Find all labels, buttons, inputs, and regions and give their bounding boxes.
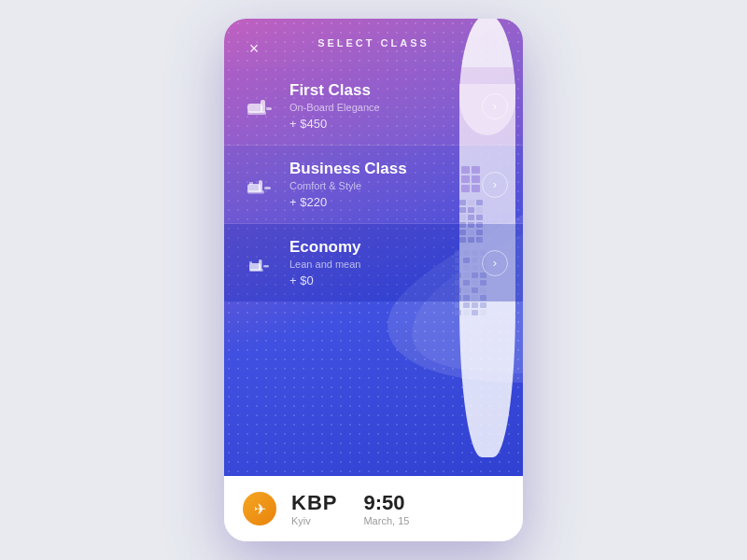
airport-code: KBP — [291, 491, 337, 515]
economy-class-arrow[interactable]: › — [482, 250, 508, 276]
header: × SELECT CLASS — [224, 19, 523, 58]
economy-class-info: Economy Lean and mean + $0 — [289, 238, 482, 287]
business-class-name: Business Class — [289, 160, 482, 178]
svg-rect-6 — [247, 190, 264, 194]
business-class-seat-icon — [243, 168, 276, 202]
first-class-subtitle: On-Board Elegance — [289, 102, 482, 113]
airline-logo: ✈ — [243, 492, 276, 525]
business-class-subtitle: Comfort & Style — [289, 180, 482, 191]
arrow-icon: › — [493, 99, 497, 113]
economy-class-price: + $0 — [289, 273, 482, 287]
first-class-arrow[interactable]: › — [482, 93, 508, 119]
svg-rect-8 — [249, 182, 253, 185]
svg-rect-2 — [247, 111, 266, 115]
svg-rect-11 — [249, 269, 263, 272]
business-class-info: Business Class Comfort & Style + $220 — [289, 160, 482, 209]
first-class-seat-icon — [243, 90, 276, 123]
business-class-arrow[interactable]: › — [482, 172, 508, 198]
economy-class-name: Economy — [289, 238, 482, 257]
arrow-icon: › — [493, 256, 497, 270]
first-class-info: First Class On-Board Elegance + $450 — [289, 81, 482, 131]
economy-class-subtitle: Lean and mean — [289, 259, 482, 270]
classes-container: First Class On-Board Elegance + $450 › — [224, 58, 523, 311]
business-class-price: + $220 — [289, 195, 482, 209]
economy-class-seat-icon — [243, 246, 276, 280]
arrow-icon: › — [493, 177, 497, 191]
close-icon: × — [249, 39, 260, 59]
svg-rect-1 — [261, 100, 265, 113]
airline-icon: ✈ — [254, 500, 266, 518]
svg-rect-7 — [264, 187, 271, 189]
city-name: Kyiv — [291, 515, 337, 526]
svg-rect-13 — [249, 261, 252, 264]
page-title: SELECT CLASS — [317, 37, 430, 49]
first-class-item[interactable]: First Class On-Board Elegance + $450 › — [224, 67, 523, 146]
svg-rect-12 — [263, 265, 269, 268]
departure-date: March, 15 — [363, 515, 409, 526]
airport-info: KBP Kyiv — [291, 491, 337, 526]
economy-class-item[interactable]: Economy Lean and mean + $0 › — [224, 224, 523, 301]
first-class-price: + $450 — [289, 117, 482, 131]
svg-rect-3 — [266, 107, 272, 110]
card-footer: ✈ KBP Kyiv 9:50 March, 15 — [224, 476, 523, 541]
first-class-name: First Class — [289, 81, 482, 100]
card-main: × SELECT CLASS First Class On — [224, 19, 523, 476]
departure-time: 9:50 — [363, 491, 409, 515]
select-class-card: × SELECT CLASS First Class On — [224, 19, 523, 541]
flight-time-info: 9:50 March, 15 — [363, 491, 409, 526]
close-button[interactable]: × — [243, 37, 265, 60]
business-class-item[interactable]: Business Class Comfort & Style + $220 › — [224, 146, 523, 224]
